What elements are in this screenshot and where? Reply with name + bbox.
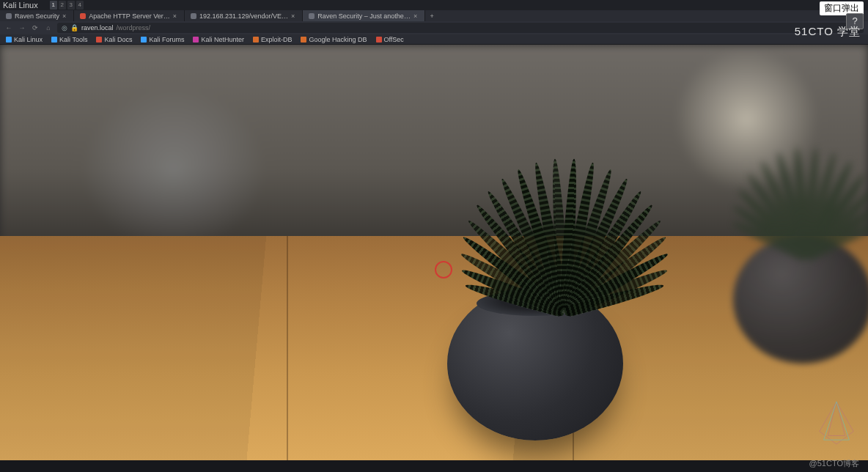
bookmark-label: Kali NetHunter xyxy=(201,36,244,43)
lock-icon: 🔒 xyxy=(70,24,78,32)
bookmark-kali-forums[interactable]: Kali Forums xyxy=(141,36,184,43)
page-content xyxy=(0,45,868,460)
statusbar xyxy=(0,460,868,472)
bookmark-label: Kali Linux xyxy=(14,36,43,43)
tab-favicon-icon xyxy=(309,13,315,19)
bookmark-label: Kali Docs xyxy=(104,36,132,43)
back-button[interactable]: ← xyxy=(4,24,13,32)
app-name: Kali Linux xyxy=(3,1,38,10)
tab-close-icon[interactable]: × xyxy=(291,12,295,20)
tab-favicon-icon xyxy=(6,13,12,19)
tab-close-icon[interactable]: × xyxy=(413,12,417,20)
bookmark-kali-linux[interactable]: Kali Linux xyxy=(6,36,43,43)
bookmark-favicon-icon xyxy=(376,37,382,43)
titlebar: Kali Linux 1234 xyxy=(0,0,868,10)
site-logo-icon xyxy=(815,400,858,446)
shield-icon: ◎ xyxy=(62,24,67,32)
cursor-marker-icon xyxy=(435,261,452,279)
bookmark-label: OffSec xyxy=(384,36,404,43)
brand-bottom: @51CTO博客 xyxy=(809,458,859,469)
browser-tab[interactable]: 192.168.231.129/vendor/VE…× xyxy=(185,10,303,21)
new-tab-button[interactable]: + xyxy=(425,10,438,21)
tab-favicon-icon xyxy=(80,13,86,19)
bookmark-label: Exploit-DB xyxy=(261,36,293,43)
bookmark-label: Kali Forums xyxy=(149,36,184,43)
browser-tab[interactable]: Raven Security – Just anothe…× xyxy=(303,10,425,21)
bookmark-kali-nethunter[interactable]: Kali NetHunter xyxy=(193,36,244,43)
tab-close-icon[interactable]: × xyxy=(173,12,177,20)
bookmark-exploit-db[interactable]: Exploit-DB xyxy=(253,36,293,43)
tab-label: Apache HTTP Server Ver… xyxy=(89,12,169,20)
brand-top: 51CTO 学堂 xyxy=(795,25,861,39)
bookmark-kali-tools[interactable]: Kali Tools xyxy=(51,36,87,43)
workspace-switcher[interactable]: 1234 xyxy=(50,1,84,10)
bookmark-favicon-icon xyxy=(301,37,306,43)
bookmark-label: Google Hacking DB xyxy=(309,36,367,43)
url-host: raven.local xyxy=(81,24,114,32)
home-button[interactable]: ⌂ xyxy=(44,24,53,32)
workspace-2[interactable]: 2 xyxy=(59,1,66,10)
workspace-4[interactable]: 4 xyxy=(76,1,84,10)
reload-button[interactable]: ⟳ xyxy=(31,24,40,32)
browser-tab[interactable]: Raven Security× xyxy=(0,10,74,21)
hero-table xyxy=(0,236,868,460)
tab-label: 192.168.231.129/vendor/VE… xyxy=(199,12,288,20)
bookmark-label: Kali Tools xyxy=(59,36,87,43)
bookmark-favicon-icon xyxy=(193,37,199,43)
workspace-3[interactable]: 3 xyxy=(67,1,75,10)
bookmark-kali-docs[interactable]: Kali Docs xyxy=(96,36,132,43)
workspace-1[interactable]: 1 xyxy=(50,1,57,10)
bookmark-favicon-icon xyxy=(6,37,12,43)
forward-button[interactable]: → xyxy=(18,24,26,32)
toolbar: ← → ⟳ ⌂ ◎ 🔒 raven.local/wordpress/ xyxy=(0,21,868,34)
url-bar[interactable]: ◎ 🔒 raven.local/wordpress/ xyxy=(57,23,864,33)
bookmark-favicon-icon xyxy=(253,37,259,43)
tab-label: Raven Security – Just anothe… xyxy=(317,12,411,20)
hero-plant xyxy=(506,144,623,312)
bookmark-favicon-icon xyxy=(51,37,57,43)
hero-plant-side xyxy=(762,133,850,257)
tabstrip: Raven Security×Apache HTTP Server Ver…×1… xyxy=(0,10,868,21)
url-path: /wordpress/ xyxy=(117,24,151,32)
bookmark-google-hacking-db[interactable]: Google Hacking DB xyxy=(301,36,367,43)
bookmarks-bar: Kali LinuxKali ToolsKali DocsKali Forums… xyxy=(0,34,868,45)
bookmark-offsec[interactable]: OffSec xyxy=(376,36,404,43)
tab-close-icon[interactable]: × xyxy=(62,12,66,20)
tab-favicon-icon xyxy=(191,13,196,19)
bookmark-favicon-icon xyxy=(96,37,102,43)
browser-tab[interactable]: Apache HTTP Server Ver…× xyxy=(74,10,185,21)
tab-label: Raven Security xyxy=(15,12,59,20)
bookmark-favicon-icon xyxy=(141,37,147,43)
